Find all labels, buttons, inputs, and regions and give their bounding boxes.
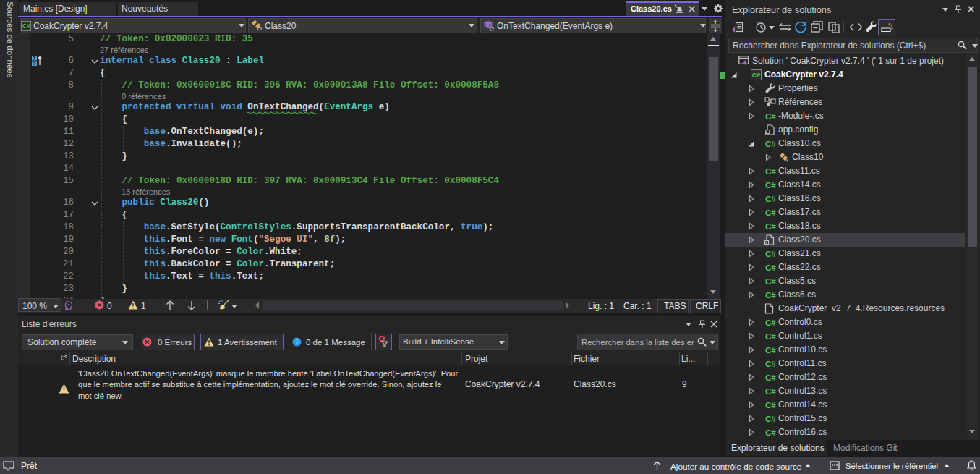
svg-text:C#: C# <box>765 318 776 327</box>
svg-text:C#: C# <box>765 140 776 148</box>
svg-text:C#: C# <box>765 195 776 203</box>
svg-text:C#: C# <box>765 277 776 286</box>
svg-text:C#: C# <box>765 291 776 300</box>
svg-text:C#: C# <box>765 112 776 121</box>
svg-text:C#: C# <box>765 428 776 437</box>
svg-text:C#: C# <box>765 387 776 396</box>
svg-text:C#: C# <box>752 72 761 79</box>
svg-text:C#: C# <box>765 332 776 341</box>
svg-text:C#: C# <box>765 250 776 258</box>
svg-text:C#: C# <box>765 346 776 355</box>
svg-text:C#: C# <box>765 263 776 272</box>
svg-text:C#: C# <box>765 181 776 190</box>
svg-text:C#: C# <box>765 208 776 217</box>
svg-text:C#: C# <box>765 401 776 410</box>
svg-text:C#: C# <box>765 415 776 423</box>
svg-text:C#: C# <box>765 222 776 231</box>
svg-text:C#: C# <box>765 360 776 368</box>
svg-text:C#: C# <box>765 167 776 176</box>
svg-text:C#: C# <box>22 22 30 30</box>
svg-text:C#: C# <box>765 373 776 382</box>
